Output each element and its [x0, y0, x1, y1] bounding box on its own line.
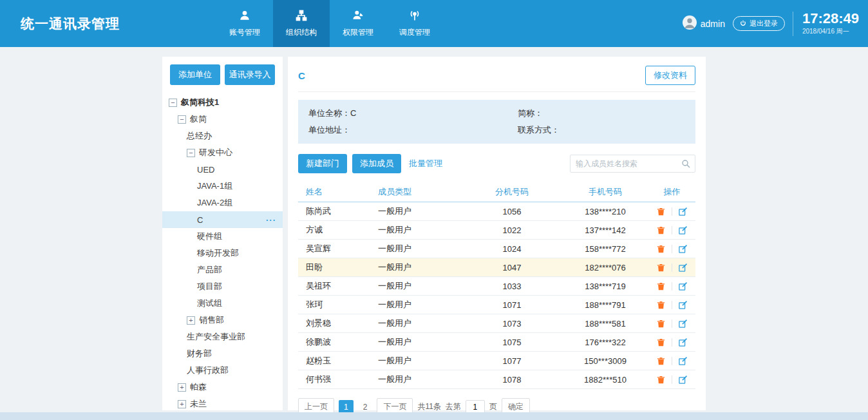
edit-icon[interactable]	[678, 375, 688, 385]
add-member-button[interactable]: 添加成员	[352, 154, 401, 173]
more-options-icon[interactable]	[266, 215, 276, 225]
logout-button[interactable]: 退出登录	[733, 16, 785, 31]
delete-icon[interactable]	[656, 282, 666, 291]
edit-icon[interactable]	[678, 244, 688, 254]
collapse-icon[interactable]	[169, 99, 177, 107]
tree-item-java1[interactable]: JAVA-1组	[162, 178, 283, 195]
header-right: admin 退出登录 17:28:49 2018/04/16 周一	[683, 0, 859, 47]
tree-item-xujian-tech[interactable]: 叙简科技1	[162, 94, 283, 111]
tree-item-c-selected[interactable]: C	[162, 211, 283, 228]
content-panel: C 修改资料 单位全称：C 简称： 单位地址： 联系方式： 新建部门 添加成员 …	[288, 57, 706, 410]
tree-item-project[interactable]: 项目部	[162, 278, 283, 295]
delete-icon[interactable]	[656, 375, 666, 385]
page-unit-label: 页	[489, 401, 497, 412]
delete-icon[interactable]	[656, 244, 666, 254]
member-extension: 1073	[469, 319, 554, 329]
import-contacts-button[interactable]: 通讯录导入	[225, 64, 275, 85]
edit-icon[interactable]	[678, 319, 688, 329]
delete-icon[interactable]	[656, 319, 666, 329]
tree-item-ued[interactable]: UED	[162, 161, 283, 178]
tree-item-sales[interactable]: 销售部	[162, 312, 283, 329]
add-unit-button[interactable]: 添加单位	[170, 64, 220, 85]
delete-icon[interactable]	[656, 356, 666, 366]
divider	[672, 320, 672, 328]
divider	[672, 282, 672, 291]
tree-item-pasen[interactable]: 帕森	[162, 379, 283, 396]
tree-item-hardware[interactable]: 硬件组	[162, 228, 283, 245]
table-row: 吴祖环一般用户1033138****719	[298, 277, 695, 296]
sidebar-panel: 添加单位 通讯录导入 叙简科技1 叙简 总经办 研发中心 UED JAVA-1组…	[162, 57, 283, 410]
unit-title: C	[298, 70, 305, 81]
new-department-button[interactable]: 新建部门	[298, 154, 347, 173]
member-name: 田盼	[306, 262, 378, 273]
user-chip[interactable]: admin	[683, 15, 725, 32]
divider	[672, 376, 672, 384]
contact-label: 联系方式：	[518, 125, 560, 135]
tree-item-label: 未兰	[190, 398, 207, 410]
tree-item-xujian[interactable]: 叙简	[162, 111, 283, 128]
tree-item-label: 测试组	[197, 298, 222, 309]
tree-item-label: 总经办	[187, 130, 212, 142]
edit-icon[interactable]	[678, 207, 688, 216]
tree-item-mobile-dev[interactable]: 移动开发部	[162, 245, 283, 262]
delete-icon[interactable]	[656, 300, 666, 310]
tree-item-rnd-center[interactable]: 研发中心	[162, 144, 283, 161]
edit-icon[interactable]	[678, 282, 688, 291]
member-extension: 1033	[469, 282, 554, 291]
expand-icon[interactable]	[178, 383, 186, 392]
delete-icon[interactable]	[656, 263, 666, 272]
tree-item-product[interactable]: 产品部	[162, 262, 283, 278]
delete-icon[interactable]	[656, 225, 666, 235]
tree-item-label: 研发中心	[199, 147, 232, 158]
delete-icon[interactable]	[656, 338, 666, 347]
nav-organization[interactable]: 组织结构	[273, 0, 330, 47]
collapse-icon[interactable]	[178, 115, 186, 124]
search-input[interactable]	[570, 155, 695, 173]
edit-icon[interactable]	[678, 338, 688, 347]
delete-icon[interactable]	[656, 207, 666, 216]
member-mobile: 182****076	[554, 263, 656, 272]
tree-item-finance[interactable]: 财务部	[162, 345, 283, 362]
edit-icon[interactable]	[678, 300, 688, 310]
nav-permissions[interactable]: 权限管理	[330, 0, 386, 47]
edit-icon[interactable]	[678, 356, 688, 366]
member-type: 一般用户	[378, 318, 469, 329]
member-mobile: 158****772	[554, 244, 656, 254]
logout-label: 退出登录	[750, 19, 778, 28]
full-name-value: C	[350, 108, 356, 118]
table-row: 赵粉玉一般用户1077150***3009	[298, 352, 695, 370]
full-name-label: 单位全称：	[308, 108, 350, 118]
expand-icon[interactable]	[178, 400, 186, 408]
member-extension: 1078	[469, 375, 554, 385]
nav-dispatch[interactable]: 调度管理	[386, 0, 443, 47]
edit-icon[interactable]	[678, 263, 688, 272]
collapse-icon[interactable]	[187, 149, 195, 157]
col-header-operations: 操作	[656, 186, 688, 198]
member-name: 何书强	[306, 374, 378, 385]
batch-manage-link[interactable]: 批量管理	[409, 158, 442, 169]
app-title: 统一通讯录管理	[21, 15, 120, 33]
clock-date: 2018/04/16 周一	[802, 27, 859, 36]
unit-info-box: 单位全称：C 简称： 单位地址： 联系方式：	[298, 100, 695, 144]
member-mobile: 1882***510	[554, 375, 656, 385]
nav-account[interactable]: 账号管理	[216, 0, 273, 47]
member-name: 刘景稳	[306, 318, 378, 329]
search-icon[interactable]	[681, 158, 691, 171]
tree-item-java2[interactable]: JAVA-2组	[162, 195, 283, 211]
power-icon	[740, 20, 746, 28]
tree-item-testing[interactable]: 测试组	[162, 295, 283, 312]
tree-item-hr-admin[interactable]: 人事行政部	[162, 362, 283, 379]
tree-item-label: C	[197, 215, 203, 225]
edit-icon[interactable]	[678, 225, 688, 235]
member-type: 一般用户	[378, 262, 469, 273]
members-table: 姓名 成员类型 分机号码 手机号码 操作 陈尚武一般用户1056138****2…	[298, 182, 695, 389]
tree-item-label: 帕森	[190, 381, 207, 393]
tree-item-safety[interactable]: 生产安全事业部	[162, 329, 283, 345]
org-icon	[295, 9, 308, 24]
tree-item-weilan[interactable]: 未兰	[162, 396, 283, 410]
edit-profile-button[interactable]: 修改资料	[645, 66, 695, 85]
expand-icon[interactable]	[187, 316, 195, 325]
table-row: 方诚一般用户1022137****142	[298, 221, 695, 240]
tree-item-gm-office[interactable]: 总经办	[162, 128, 283, 144]
col-header-extension: 分机号码	[469, 186, 554, 198]
